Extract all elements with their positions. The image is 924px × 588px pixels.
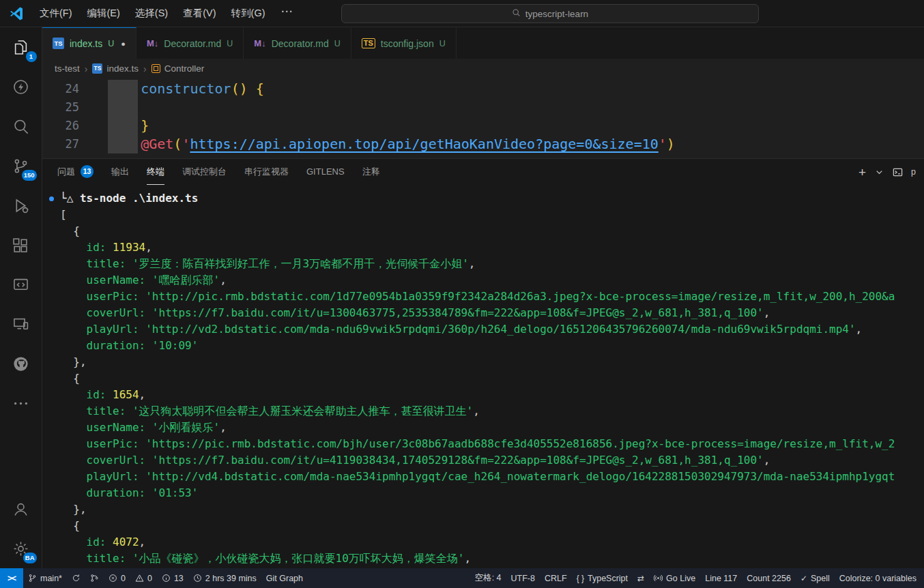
dirty-dot-icon[interactable]: ●	[121, 40, 126, 48]
terminal-line: },	[60, 501, 924, 518]
tab-decorator-md[interactable]: M↓Decorator.mdU	[244, 27, 351, 59]
activity-remote-explorer[interactable]	[0, 304, 42, 344]
menu-item-3[interactable]: 查看(V)	[175, 4, 223, 23]
tab-index-ts[interactable]: TSindex.tsU●	[42, 27, 136, 59]
menu-item-0[interactable]: 文件(F)	[32, 4, 80, 23]
breadcrumb-item-index-ts[interactable]: TSindex.ts	[92, 63, 139, 74]
panel-tab-注释[interactable]: 注释	[362, 159, 380, 185]
menu-item-2[interactable]: 选择(S)	[128, 4, 175, 23]
breadcrumb-item-controller[interactable]: Controller	[151, 63, 205, 74]
activity-live-preview[interactable]	[0, 265, 42, 304]
status-bar: >< main*00132 hrs 39 minsGit Graph 空格: 4…	[0, 568, 924, 588]
status-git-graph-view[interactable]	[85, 568, 104, 588]
status-warnings[interactable]: 0	[130, 568, 157, 588]
tab-tsconfig-json[interactable]: TStsconfig.jsonU	[351, 27, 457, 59]
activity-bar: 1150 BA	[0, 27, 42, 568]
panel-tab-bar: 问题13输出终端调试控制台串行监视器GITLENS注释 + p	[42, 159, 924, 185]
status-label: Line 117	[705, 574, 737, 583]
breadcrumb-label: ts-test	[55, 63, 80, 74]
search-icon	[12, 117, 30, 136]
activity-extensions[interactable]	[0, 225, 42, 265]
activity-run-circle[interactable]	[0, 67, 42, 106]
status-indentation[interactable]: 空格: 4	[470, 568, 506, 588]
panel-tab-label: 输出	[111, 166, 129, 178]
code-editor[interactable]: 24 constructor() {2526 }27 @Get('https:/…	[42, 78, 924, 158]
status-format-toggle[interactable]: ⇄	[633, 568, 649, 588]
panel-tab-terminal[interactable]: 终端	[147, 159, 164, 185]
terminal-line: id: 11934,	[60, 239, 924, 256]
terminal-output[interactable]: └△ ts-node .\index.ts [ { id: 11934, tit…	[42, 185, 924, 568]
editor-line: 24 constructor() {	[42, 80, 924, 98]
code-text	[83, 98, 108, 117]
status-label: UTF-8	[511, 574, 535, 583]
terminal-dropdown-chevron-icon[interactable]	[874, 167, 884, 177]
command-center-search[interactable]: typescript-learn	[341, 4, 759, 23]
status-label: TypeScript	[588, 574, 628, 583]
menu-item-4[interactable]: 转到(G)	[224, 4, 273, 23]
status-encoding[interactable]: UTF-8	[506, 568, 540, 588]
tab-label: Decorator.md	[272, 38, 329, 49]
panel-tab-问题[interactable]: 问题13	[57, 159, 93, 185]
activity-explorer[interactable]: 1	[0, 27, 42, 67]
status-word-count[interactable]: Count 2256	[742, 568, 796, 588]
breadcrumb-item-ts-test[interactable]: ts-test	[55, 63, 80, 74]
breadcrumb-label: Controller	[164, 63, 205, 74]
menu-more-button[interactable]: ⋯	[272, 4, 301, 23]
command-decoration-dot[interactable]	[49, 196, 54, 201]
terminal-instance-label[interactable]: p	[911, 167, 916, 177]
terminal-line: playUrl: 'http://vd2.bdstatic.com/mda-nd…	[60, 321, 924, 338]
new-terminal-button[interactable]: +	[858, 167, 866, 177]
activity-source-control[interactable]: 150	[0, 146, 42, 186]
panel-tab-调试控制台[interactable]: 调试控制台	[182, 159, 227, 185]
status-sync[interactable]	[67, 568, 85, 588]
status-language-mode[interactable]: { }TypeScript	[572, 568, 633, 588]
activity-run-debug[interactable]	[0, 186, 42, 225]
activity-account[interactable]	[0, 489, 42, 529]
status-infos[interactable]: 13	[157, 568, 188, 588]
panel-tab-GITLENS[interactable]: GITLENS	[306, 159, 345, 185]
panel-tabs: 问题13输出终端调试控制台串行监视器GITLENS注释	[57, 159, 398, 185]
menu-bar: 文件(F)编辑(E)选择(S)查看(V)转到(G)⋯	[32, 4, 301, 23]
markdown-file-icon: M↓	[254, 38, 265, 48]
panel-tab-label: 问题	[57, 166, 75, 178]
info-icon	[162, 574, 171, 583]
status-colorize[interactable]: Colorize: 0 variables	[835, 568, 921, 588]
github-icon	[12, 355, 30, 373]
typescript-file-icon: TS	[92, 63, 102, 74]
status-spell-checker[interactable]: ✓Spell	[796, 568, 835, 588]
terminal-line: duration: '01:53'	[60, 485, 924, 501]
status-git-graph[interactable]: Git Graph	[261, 568, 308, 588]
status-git-branch[interactable]: main*	[23, 568, 67, 588]
panel-tab-输出[interactable]: 输出	[111, 159, 129, 185]
activity-more[interactable]	[0, 383, 42, 423]
terminal-line: userPic: 'https://pic.rmb.bdstatic.com/b…	[60, 436, 924, 452]
status-eol[interactable]: CRLF	[540, 568, 572, 588]
terminal-command: └△ ts-node .\index.ts	[60, 190, 924, 207]
status-label: Go Live	[666, 574, 695, 583]
menu-item-1[interactable]: 编辑(E)	[80, 4, 128, 23]
editor-lines: 24 constructor() {2526 }27 @Get('https:/…	[42, 80, 924, 153]
status-label: 2 hrs 39 mins	[205, 574, 257, 583]
tab-bar: TSindex.tsU●M↓Decorator.mdUM↓Decorator.m…	[42, 27, 924, 59]
terminal-line: },	[60, 354, 924, 370]
status-label: 0	[147, 574, 152, 583]
activity-github[interactable]	[0, 344, 42, 383]
line-number: 27	[42, 135, 83, 153]
editor-line: 26 }	[42, 117, 924, 135]
activity-bottom: BA	[0, 489, 42, 568]
markdown-file-icon: M↓	[147, 38, 158, 48]
panel-tab-label: 注释	[362, 166, 380, 178]
status-errors[interactable]: 0	[104, 568, 130, 588]
tab-decorator-md[interactable]: M↓Decorator.mdU	[136, 27, 244, 59]
activity-search[interactable]	[0, 106, 42, 146]
remote-explorer-icon	[12, 315, 30, 334]
activity-settings[interactable]: BA	[0, 529, 42, 568]
terminal-profile-icon[interactable]	[893, 167, 903, 177]
remote-indicator[interactable]: ><	[0, 568, 23, 588]
breadcrumb-separator: ›	[85, 63, 88, 74]
status-time-tracker[interactable]: 2 hrs 39 mins	[188, 568, 261, 588]
terminal-line: title: '这只狗太聪明不但会帮主人掰玉米还会帮助主人推车，甚至很讲卫生',	[60, 403, 924, 420]
panel-tab-串行监视器[interactable]: 串行监视器	[244, 159, 289, 185]
status-go-live[interactable]: Go Live	[649, 568, 700, 588]
status-line-count[interactable]: Line 117	[700, 568, 742, 588]
